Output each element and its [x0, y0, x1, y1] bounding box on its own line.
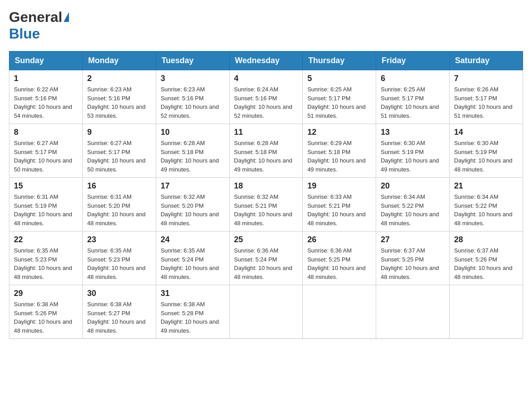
day-number: 21: [454, 181, 518, 191]
day-number: 3: [161, 74, 225, 83]
calendar-cell: 21Sunrise: 6:34 AMSunset: 5:22 PMDayligh…: [450, 178, 523, 231]
day-number: 22: [14, 235, 78, 244]
day-number: 10: [161, 128, 225, 137]
day-info: Sunrise: 6:34 AMSunset: 5:22 PMDaylight:…: [454, 193, 518, 227]
calendar-cell: 29Sunrise: 6:38 AMSunset: 5:26 PMDayligh…: [9, 285, 83, 339]
calendar-cell: [229, 285, 303, 339]
calendar-cell: 17Sunrise: 6:32 AMSunset: 5:20 PMDayligh…: [156, 178, 229, 231]
day-number: 27: [381, 235, 445, 244]
day-info: Sunrise: 6:35 AMSunset: 5:23 PMDaylight:…: [14, 246, 78, 281]
day-number: 4: [234, 74, 298, 83]
day-number: 9: [87, 128, 151, 137]
day-info: Sunrise: 6:30 AMSunset: 5:19 PMDaylight:…: [454, 139, 518, 174]
day-number: 16: [87, 181, 151, 191]
day-info: Sunrise: 6:25 AMSunset: 5:17 PMDaylight:…: [381, 85, 445, 120]
calendar-cell: 6Sunrise: 6:25 AMSunset: 5:17 PMDaylight…: [376, 70, 450, 124]
day-number: 14: [454, 128, 518, 137]
calendar-week-row: 1Sunrise: 6:22 AMSunset: 5:16 PMDaylight…: [9, 70, 523, 124]
col-header-thursday: Thursday: [303, 51, 376, 70]
calendar-cell: 27Sunrise: 6:37 AMSunset: 5:25 PMDayligh…: [376, 231, 450, 285]
day-number: 15: [14, 181, 78, 191]
calendar-table: SundayMondayTuesdayWednesdayThursdayFrid…: [9, 51, 523, 339]
day-number: 7: [454, 74, 518, 83]
calendar-cell: 2Sunrise: 6:23 AMSunset: 5:16 PMDaylight…: [82, 70, 156, 124]
logo-blue-text: Blue: [9, 26, 40, 42]
calendar-cell: 4Sunrise: 6:24 AMSunset: 5:16 PMDaylight…: [229, 70, 303, 124]
col-header-friday: Friday: [376, 51, 450, 70]
calendar-cell: 11Sunrise: 6:28 AMSunset: 5:18 PMDayligh…: [229, 124, 303, 178]
calendar-week-row: 22Sunrise: 6:35 AMSunset: 5:23 PMDayligh…: [9, 231, 523, 285]
calendar-week-row: 8Sunrise: 6:27 AMSunset: 5:17 PMDaylight…: [9, 124, 523, 178]
day-info: Sunrise: 6:38 AMSunset: 5:27 PMDaylight:…: [87, 300, 151, 335]
calendar-cell: 28Sunrise: 6:37 AMSunset: 5:26 PMDayligh…: [450, 231, 523, 285]
day-info: Sunrise: 6:37 AMSunset: 5:26 PMDaylight:…: [454, 246, 518, 281]
calendar-cell: 31Sunrise: 6:38 AMSunset: 5:28 PMDayligh…: [156, 285, 229, 339]
calendar-cell: 12Sunrise: 6:29 AMSunset: 5:18 PMDayligh…: [303, 124, 376, 178]
calendar-cell: 16Sunrise: 6:31 AMSunset: 5:20 PMDayligh…: [82, 178, 156, 231]
calendar-cell: 24Sunrise: 6:35 AMSunset: 5:24 PMDayligh…: [156, 231, 229, 285]
calendar-cell: 8Sunrise: 6:27 AMSunset: 5:17 PMDaylight…: [9, 124, 83, 178]
calendar-cell: 20Sunrise: 6:34 AMSunset: 5:22 PMDayligh…: [376, 178, 450, 231]
day-info: Sunrise: 6:31 AMSunset: 5:20 PMDaylight:…: [87, 193, 151, 227]
logo: General Blue: [9, 9, 69, 42]
day-info: Sunrise: 6:32 AMSunset: 5:20 PMDaylight:…: [161, 193, 225, 227]
day-info: Sunrise: 6:35 AMSunset: 5:24 PMDaylight:…: [161, 246, 225, 281]
day-info: Sunrise: 6:30 AMSunset: 5:19 PMDaylight:…: [381, 139, 445, 174]
day-number: 1: [14, 74, 78, 83]
calendar-cell: 3Sunrise: 6:23 AMSunset: 5:16 PMDaylight…: [156, 70, 229, 124]
day-number: 5: [307, 74, 371, 83]
day-number: 17: [161, 181, 225, 191]
calendar-header-row: SundayMondayTuesdayWednesdayThursdayFrid…: [9, 51, 523, 70]
calendar-cell: 5Sunrise: 6:25 AMSunset: 5:17 PMDaylight…: [303, 70, 376, 124]
calendar-cell: 22Sunrise: 6:35 AMSunset: 5:23 PMDayligh…: [9, 231, 83, 285]
day-number: 11: [234, 128, 298, 137]
day-number: 31: [161, 289, 225, 298]
day-info: Sunrise: 6:29 AMSunset: 5:18 PMDaylight:…: [307, 139, 371, 174]
calendar-cell: 14Sunrise: 6:30 AMSunset: 5:19 PMDayligh…: [450, 124, 523, 178]
day-info: Sunrise: 6:24 AMSunset: 5:16 PMDaylight:…: [234, 85, 298, 120]
calendar-week-row: 15Sunrise: 6:31 AMSunset: 5:19 PMDayligh…: [9, 178, 523, 231]
day-info: Sunrise: 6:35 AMSunset: 5:23 PMDaylight:…: [87, 246, 151, 281]
calendar-cell: [450, 285, 523, 339]
day-number: 19: [307, 181, 371, 191]
day-info: Sunrise: 6:22 AMSunset: 5:16 PMDaylight:…: [14, 85, 78, 120]
day-number: 20: [381, 181, 445, 191]
day-number: 8: [14, 128, 78, 137]
day-info: Sunrise: 6:27 AMSunset: 5:17 PMDaylight:…: [87, 139, 151, 174]
day-number: 12: [307, 128, 371, 137]
calendar-cell: 26Sunrise: 6:36 AMSunset: 5:25 PMDayligh…: [303, 231, 376, 285]
col-header-sunday: Sunday: [9, 51, 83, 70]
day-info: Sunrise: 6:32 AMSunset: 5:21 PMDaylight:…: [234, 193, 298, 227]
day-info: Sunrise: 6:25 AMSunset: 5:17 PMDaylight:…: [307, 85, 371, 120]
day-number: 29: [14, 289, 78, 298]
day-number: 30: [87, 289, 151, 298]
day-info: Sunrise: 6:38 AMSunset: 5:28 PMDaylight:…: [161, 300, 225, 335]
calendar-cell: 23Sunrise: 6:35 AMSunset: 5:23 PMDayligh…: [82, 231, 156, 285]
day-info: Sunrise: 6:33 AMSunset: 5:21 PMDaylight:…: [307, 193, 371, 227]
day-info: Sunrise: 6:23 AMSunset: 5:16 PMDaylight:…: [161, 85, 225, 120]
col-header-saturday: Saturday: [450, 51, 523, 70]
page-header: General Blue: [9, 9, 523, 42]
day-info: Sunrise: 6:23 AMSunset: 5:16 PMDaylight:…: [87, 85, 151, 120]
day-number: 2: [87, 74, 151, 83]
logo-general-text: General: [9, 9, 62, 26]
day-info: Sunrise: 6:26 AMSunset: 5:17 PMDaylight:…: [454, 85, 518, 120]
col-header-tuesday: Tuesday: [156, 51, 229, 70]
logo-triangle-icon: [64, 12, 69, 22]
day-info: Sunrise: 6:31 AMSunset: 5:19 PMDaylight:…: [14, 193, 78, 227]
day-info: Sunrise: 6:27 AMSunset: 5:17 PMDaylight:…: [14, 139, 78, 174]
calendar-cell: 9Sunrise: 6:27 AMSunset: 5:17 PMDaylight…: [82, 124, 156, 178]
calendar-cell: [303, 285, 376, 339]
calendar-cell: [376, 285, 450, 339]
col-header-monday: Monday: [82, 51, 156, 70]
calendar-cell: 13Sunrise: 6:30 AMSunset: 5:19 PMDayligh…: [376, 124, 450, 178]
calendar-week-row: 29Sunrise: 6:38 AMSunset: 5:26 PMDayligh…: [9, 285, 523, 339]
day-number: 6: [381, 74, 445, 83]
calendar-cell: 18Sunrise: 6:32 AMSunset: 5:21 PMDayligh…: [229, 178, 303, 231]
day-info: Sunrise: 6:28 AMSunset: 5:18 PMDaylight:…: [161, 139, 225, 174]
day-info: Sunrise: 6:38 AMSunset: 5:26 PMDaylight:…: [14, 300, 78, 335]
day-info: Sunrise: 6:36 AMSunset: 5:25 PMDaylight:…: [307, 246, 371, 281]
calendar-cell: 25Sunrise: 6:36 AMSunset: 5:24 PMDayligh…: [229, 231, 303, 285]
calendar-cell: 7Sunrise: 6:26 AMSunset: 5:17 PMDaylight…: [450, 70, 523, 124]
day-number: 25: [234, 235, 298, 244]
